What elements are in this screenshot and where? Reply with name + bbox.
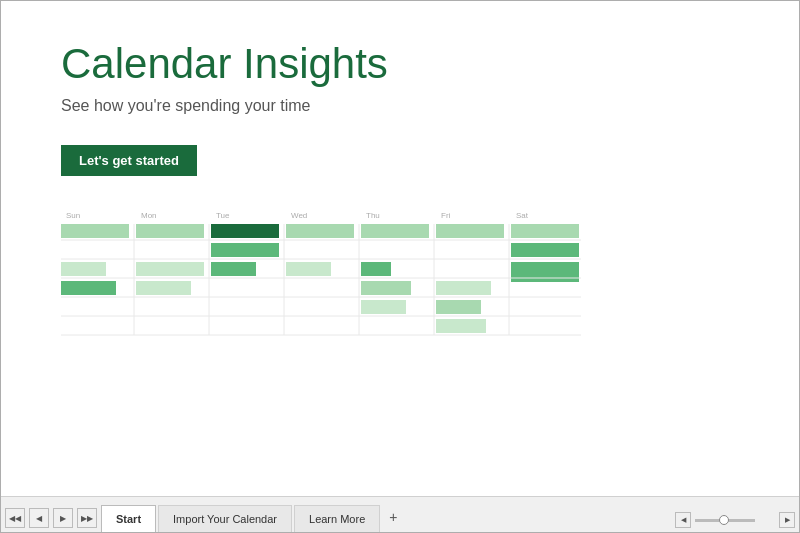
cal-bar [511,262,579,282]
cal-bar [61,281,116,295]
cal-bar [61,224,129,238]
day-label: Thu [366,211,380,220]
cal-bar [361,262,391,276]
cal-bar [286,224,354,238]
scroll-left-button[interactable]: ◀ [675,512,691,528]
cal-bar [61,262,106,276]
tab-learn-more[interactable]: Learn More [294,505,380,532]
cal-bar [211,243,279,257]
cal-bar [286,262,331,276]
prev-sheet-button[interactable]: ◀ [29,508,49,528]
cal-bar [436,319,486,333]
zoom-slider[interactable] [695,512,775,528]
tab-import-calendar[interactable]: Import Your Calendar [158,505,292,532]
zoom-track [695,519,755,522]
tab-bar: ◀◀ ◀ ▶ ▶▶ Start Import Your Calendar Lea… [1,496,799,532]
next-sheet-button[interactable]: ▶ [53,508,73,528]
day-label: Sat [516,211,529,220]
cal-bar [211,262,256,276]
cal-bar [436,300,481,314]
scroll-right-button[interactable]: ▶ [779,512,795,528]
day-label: Mon [141,211,157,220]
bottom-right-controls: ◀ ▶ [675,512,795,528]
cal-bar [361,224,429,238]
calendar-chart: Sun Mon Tue Wed Thu Fri Sat [61,206,581,381]
cal-bar [511,224,579,238]
first-sheet-button[interactable]: ◀◀ [5,508,25,528]
zoom-thumb [719,515,729,525]
cal-bar [136,262,204,276]
main-content: Calendar Insights See how you're spendin… [1,1,799,496]
day-label: Fri [441,211,451,220]
excel-window: Calendar Insights See how you're spendin… [0,0,800,533]
cal-bar [511,243,579,257]
day-label: Wed [291,211,307,220]
day-label: Sun [66,211,80,220]
get-started-button[interactable]: Let's get started [61,145,197,176]
cal-bar [211,224,279,238]
calendar-visualization: Sun Mon Tue Wed Thu Fri Sat [61,206,581,366]
cal-bar [436,224,504,238]
page-title: Calendar Insights [61,41,739,87]
page-subtitle: See how you're spending your time [61,97,739,115]
cal-bar [361,300,406,314]
tab-start[interactable]: Start [101,505,156,532]
cal-bar [136,224,204,238]
day-label: Tue [216,211,230,220]
add-sheet-button[interactable]: + [382,506,404,528]
cal-bar [136,281,191,295]
cal-bar [436,281,491,295]
last-sheet-button[interactable]: ▶▶ [77,508,97,528]
cal-bar [361,281,411,295]
